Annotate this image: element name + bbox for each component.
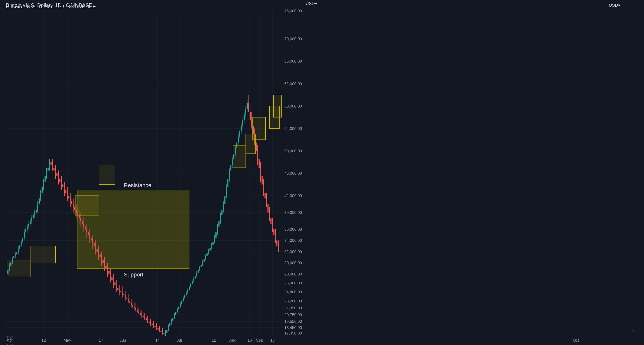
expand-icon[interactable]: » (630, 327, 636, 334)
currency-label[interactable]: USD▾ (609, 3, 620, 8)
chart-title: Bitcoin / U.S. Dollar · 1D · COINBASE (6, 3, 96, 10)
tradingview-logo: TV (6, 335, 13, 341)
